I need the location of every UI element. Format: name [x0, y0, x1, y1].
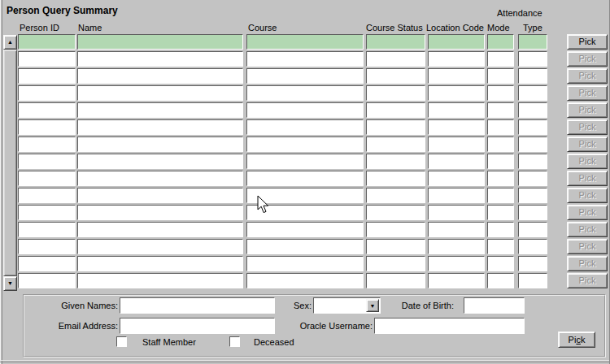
cell-course-status[interactable] — [366, 34, 425, 50]
cell-course[interactable] — [246, 68, 364, 84]
cell-location-code[interactable] — [428, 136, 485, 152]
cell-course[interactable] — [246, 119, 364, 135]
cell-course-status[interactable] — [366, 188, 425, 203]
pick-row-button[interactable]: Pick — [567, 68, 608, 84]
cell-course-status[interactable] — [366, 154, 425, 169]
cell-mode[interactable] — [487, 136, 514, 152]
cell-person-id[interactable] — [18, 102, 76, 118]
cell-person-id[interactable] — [18, 154, 76, 169]
pick-row-button[interactable]: Pick — [567, 136, 608, 152]
cell-course-status[interactable] — [366, 222, 425, 237]
cell-course[interactable] — [246, 273, 364, 288]
cell-mode[interactable] — [487, 102, 514, 118]
cell-course-status[interactable] — [366, 102, 425, 118]
cell-person-id[interactable] — [18, 136, 76, 152]
cell-person-id[interactable] — [18, 119, 76, 135]
cell-course-status[interactable] — [366, 85, 425, 101]
cell-course-status[interactable] — [366, 171, 425, 186]
cell-location-code[interactable] — [428, 154, 485, 169]
cell-person-id[interactable] — [18, 85, 76, 101]
cell-person-id[interactable] — [18, 273, 76, 288]
cell-location-code[interactable] — [428, 85, 485, 101]
cell-course[interactable] — [246, 188, 364, 203]
cell-course[interactable] — [246, 239, 364, 254]
cell-course[interactable] — [246, 205, 364, 220]
pick-row-button[interactable]: Pick — [567, 171, 608, 186]
cell-mode[interactable] — [487, 188, 514, 203]
cell-course[interactable] — [246, 34, 364, 50]
cell-location-code[interactable] — [428, 171, 485, 186]
cell-person-id[interactable] — [18, 256, 76, 271]
cell-name[interactable] — [77, 119, 243, 135]
staff-member-checkbox[interactable] — [116, 336, 127, 347]
cell-mode[interactable] — [487, 34, 514, 50]
cell-location-code[interactable] — [428, 273, 485, 288]
cell-person-id[interactable] — [18, 68, 76, 84]
pick-row-button[interactable]: Pick — [567, 154, 608, 169]
cell-course-status[interactable] — [366, 51, 425, 67]
cell-mode[interactable] — [487, 85, 514, 101]
date-of-birth-input[interactable] — [464, 297, 525, 314]
cell-mode[interactable] — [487, 239, 514, 254]
cell-mode[interactable] — [487, 273, 514, 288]
pick-row-button[interactable]: Pick — [567, 205, 608, 220]
given-names-input[interactable] — [120, 297, 275, 314]
cell-course[interactable] — [246, 154, 364, 169]
cell-name[interactable] — [77, 68, 243, 84]
cell-person-id[interactable] — [18, 239, 76, 254]
cell-location-code[interactable] — [428, 205, 485, 220]
cell-mode[interactable] — [487, 154, 514, 169]
cell-location-code[interactable] — [428, 239, 485, 254]
cell-course-status[interactable] — [366, 205, 425, 220]
cell-mode[interactable] — [487, 68, 514, 84]
cell-mode[interactable] — [487, 171, 514, 186]
cell-type[interactable] — [518, 136, 547, 152]
cell-name[interactable] — [77, 205, 243, 220]
cell-type[interactable] — [518, 34, 547, 50]
cell-name[interactable] — [77, 34, 243, 50]
cell-location-code[interactable] — [428, 222, 485, 237]
cell-type[interactable] — [518, 102, 547, 118]
pick-row-button[interactable]: Pick — [567, 256, 608, 271]
cell-name[interactable] — [77, 102, 243, 118]
cell-mode[interactable] — [487, 119, 514, 135]
pick-row-button[interactable]: Pick — [567, 102, 608, 118]
cell-type[interactable] — [518, 119, 547, 135]
cell-type[interactable] — [518, 85, 547, 101]
cell-name[interactable] — [77, 171, 243, 186]
cell-name[interactable] — [77, 85, 243, 101]
cell-course[interactable] — [246, 85, 364, 101]
pick-row-button[interactable]: Pick — [567, 51, 608, 67]
cell-course[interactable] — [246, 51, 364, 67]
cell-person-id[interactable] — [18, 188, 76, 203]
cell-type[interactable] — [518, 256, 547, 271]
cell-type[interactable] — [518, 205, 547, 220]
cell-name[interactable] — [77, 256, 243, 271]
cell-location-code[interactable] — [428, 256, 485, 271]
cell-person-id[interactable] — [18, 171, 76, 186]
cell-type[interactable] — [518, 239, 547, 254]
pick-row-button[interactable]: Pick — [567, 222, 608, 237]
email-address-input[interactable] — [120, 318, 275, 334]
cell-type[interactable] — [518, 154, 547, 169]
pick-row-button[interactable]: Pick — [567, 34, 608, 50]
cell-type[interactable] — [518, 222, 547, 237]
cell-person-id[interactable] — [18, 51, 76, 67]
cell-person-id[interactable] — [18, 205, 76, 220]
cell-type[interactable] — [518, 171, 547, 186]
deceased-checkbox[interactable] — [229, 336, 240, 347]
pick-row-button[interactable]: Pick — [567, 273, 608, 288]
cell-type[interactable] — [518, 51, 547, 67]
cell-location-code[interactable] — [428, 34, 485, 50]
pick-row-button[interactable]: Pick — [567, 85, 608, 101]
cell-name[interactable] — [77, 51, 243, 67]
cell-location-code[interactable] — [428, 102, 485, 118]
cell-person-id[interactable] — [18, 222, 76, 237]
cell-course-status[interactable] — [366, 273, 425, 288]
cell-course-status[interactable] — [366, 256, 425, 271]
cell-course[interactable] — [246, 102, 364, 118]
pick-query-button[interactable]: Pick — [558, 332, 595, 348]
cell-type[interactable] — [518, 68, 547, 84]
cell-course-status[interactable] — [366, 119, 425, 135]
cell-name[interactable] — [77, 273, 243, 288]
